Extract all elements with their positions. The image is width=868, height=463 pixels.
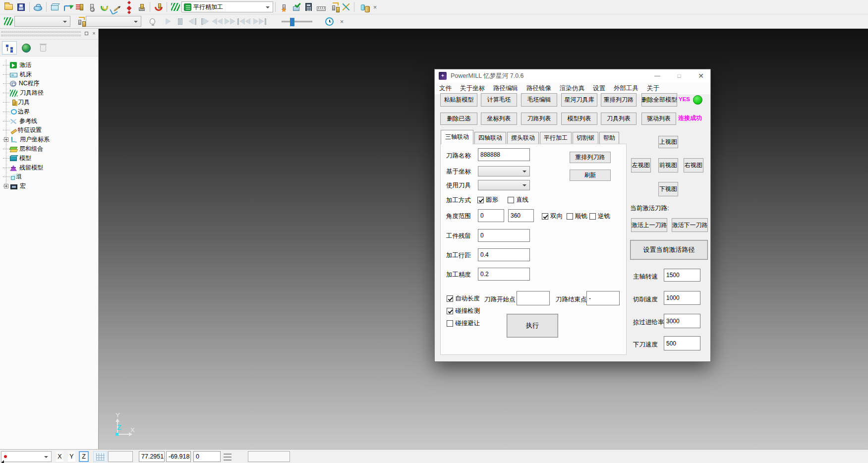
panel-float-icon[interactable] [83, 30, 90, 37]
tool-change-icon[interactable] [327, 1, 340, 13]
menu-about[interactable]: 关于 [647, 84, 659, 93]
auto-length-checkbox[interactable] [447, 295, 453, 302]
points-icon[interactable] [123, 1, 135, 13]
clock-icon[interactable] [323, 15, 336, 28]
conventional-checkbox[interactable] [589, 213, 596, 220]
slider-handle[interactable] [290, 18, 294, 26]
fast-forward-icon[interactable] [224, 15, 236, 28]
toolpath-list-button[interactable]: 刀路列表 [521, 113, 557, 125]
rearrange-toolpaths-button[interactable]: 重排列刀路 [601, 93, 637, 107]
minimize-icon[interactable]: — [648, 69, 667, 82]
tool-library-button[interactable]: 星河刀具库 [561, 93, 597, 107]
tree-item-activate[interactable]: 激活 [0, 60, 98, 70]
stock-edit-button[interactable]: 毛坯编辑 [521, 93, 557, 107]
view-left-button[interactable]: 左视图 [631, 158, 651, 173]
activate-prev-button[interactable]: 激活上一刀路 [631, 218, 667, 232]
mode-line-checkbox[interactable] [508, 197, 514, 203]
tree-item-tools[interactable]: 刀具 [0, 98, 98, 107]
close-icon[interactable]: ✕ [692, 69, 710, 82]
tree-item-groups[interactable]: 组 [0, 173, 98, 182]
play-icon[interactable] [162, 15, 174, 28]
close-toolbar-icon[interactable]: × [369, 1, 381, 13]
tab-swivel-head[interactable]: 摆头联动 [507, 132, 539, 144]
maximize-icon[interactable]: □ [670, 69, 689, 82]
toolpath-select[interactable] [14, 16, 70, 27]
paste-new-model-button[interactable]: 粘贴新模型 [440, 93, 477, 107]
mode-circle-checkbox[interactable] [477, 197, 484, 203]
plunge-feed-input[interactable] [664, 336, 700, 350]
calculator-icon[interactable] [302, 1, 315, 13]
menu-path-edit[interactable]: 路径编辑 [493, 84, 518, 93]
tool-list-button[interactable]: 刀具列表 [601, 113, 637, 125]
trash-tab[interactable] [36, 41, 51, 55]
delete-all-models-button[interactable]: 删除全部模型 [641, 93, 677, 107]
corner-expand-icon[interactable] [1, 460, 4, 463]
tab-3axis[interactable]: 三轴联动 [441, 130, 473, 144]
status-field-2[interactable] [248, 451, 290, 462]
collision-check-icon[interactable] [278, 1, 290, 13]
view-bottom-button[interactable]: 下视图 [658, 182, 678, 196]
stepover-input[interactable] [478, 248, 530, 261]
tree-item-toolpaths[interactable]: 刀具路径 [0, 88, 98, 98]
tool-select[interactable] [86, 16, 141, 27]
strategy-dropdown[interactable]: 平行精加工 [181, 1, 273, 12]
spindle-speed-input[interactable] [664, 269, 700, 282]
tree-item-macros[interactable]: 宏 [0, 181, 98, 191]
status-dropdown[interactable] [1, 451, 52, 462]
block-icon[interactable] [49, 1, 61, 13]
axis-y-button[interactable]: Y [67, 451, 76, 462]
climb-checkbox[interactable] [567, 213, 573, 220]
angle-start-input[interactable] [478, 209, 504, 222]
model-list-button[interactable]: 模型列表 [561, 113, 597, 125]
compute-stock-button[interactable]: 计算毛坯 [481, 93, 517, 107]
bidirectional-checkbox[interactable] [542, 213, 548, 220]
expand-plus-icon[interactable] [4, 137, 8, 142]
menu-render-sim[interactable]: 渲染仿真 [560, 84, 584, 93]
coord-list-button[interactable]: 坐标列表 [481, 113, 517, 125]
create-toolpath-icon[interactable] [61, 1, 73, 13]
refresh-button[interactable]: 刷新 [570, 170, 611, 181]
menu-file[interactable]: 文件 [439, 84, 452, 93]
skim-feed-input[interactable] [664, 314, 700, 328]
stock-allowance-input[interactable] [478, 229, 530, 242]
arc-tool-icon[interactable] [152, 1, 165, 13]
status-field-1[interactable] [108, 451, 133, 462]
render-teapot-icon[interactable] [32, 1, 44, 13]
speed-slider[interactable] [282, 21, 312, 22]
view-right-button[interactable]: 右视图 [684, 158, 703, 173]
tree-item-machine-tool[interactable]: 机床 [0, 70, 98, 79]
menu-settings[interactable]: 设置 [593, 84, 605, 93]
rearrange-toolpath-button[interactable]: 重排列刀路 [570, 152, 611, 163]
coord-base-select[interactable] [478, 166, 530, 176]
tree-item-stock-models[interactable]: 残留模型 [0, 163, 98, 173]
ball-tool-icon[interactable] [86, 1, 98, 13]
menu-external-tools[interactable]: 外部工具 [614, 84, 638, 93]
cutting-feed-input[interactable] [664, 291, 700, 305]
step-back-icon[interactable] [186, 15, 199, 28]
globe-tab[interactable] [19, 41, 34, 55]
measure-ruler-icon[interactable] [315, 1, 327, 13]
open-file-icon[interactable] [2, 1, 15, 13]
tab-help[interactable]: 帮助 [599, 132, 619, 144]
pattern-pencil-icon[interactable] [111, 1, 123, 13]
axis-x-button[interactable]: X [56, 451, 64, 462]
tab-4axis[interactable]: 四轴联动 [474, 132, 506, 144]
menu-about-coords[interactable]: 关于坐标 [460, 84, 485, 93]
set-active-path-button[interactable]: 设置当前激活路径 [630, 240, 708, 260]
tree-item-patterns[interactable]: 参考线 [0, 116, 98, 126]
start-point-input[interactable] [517, 291, 550, 305]
view-top-button[interactable]: 上视图 [658, 136, 678, 148]
toolpath-name-input[interactable] [478, 148, 530, 161]
collision-avoid-checkbox[interactable] [447, 320, 453, 327]
tree-item-nc-programs[interactable]: NC程序 [0, 79, 98, 89]
tree-view-tab[interactable] [2, 41, 17, 55]
tree-item-feature-sets[interactable]: 特征设置 [0, 126, 98, 135]
view-front-button[interactable]: 前视图 [658, 158, 678, 173]
execute-button[interactable]: 执行 [507, 314, 558, 338]
transform-icon[interactable] [340, 1, 352, 13]
cylinders-icon[interactable] [356, 1, 369, 13]
go-start-icon[interactable] [236, 15, 252, 28]
use-tool-select[interactable] [478, 180, 530, 190]
tree-item-boundaries[interactable]: 边界 [0, 107, 98, 116]
panel-header[interactable]: × [0, 29, 98, 40]
